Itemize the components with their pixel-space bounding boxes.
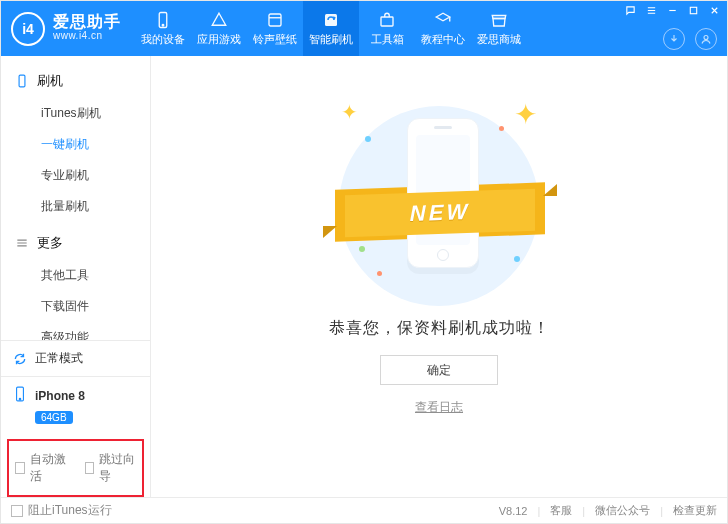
brand-name: 爱思助手 (53, 15, 121, 29)
more-icon (15, 236, 29, 250)
brand-subtitle: www.i4.cn (53, 29, 121, 43)
tab-devices[interactable]: 我的设备 (135, 1, 191, 56)
success-illustration: ✦ ✦ NEW (319, 96, 559, 296)
svg-rect-2 (269, 14, 281, 26)
svg-point-6 (704, 36, 708, 40)
tab-flash[interactable]: 智能刷机 (303, 1, 359, 56)
tab-label: 我的设备 (141, 32, 185, 47)
tab-apps[interactable]: 应用游戏 (191, 1, 247, 56)
svg-point-1 (162, 24, 164, 26)
statusbar-right: V8.12 | 客服 | 微信公众号 | 检查更新 (499, 503, 717, 518)
tab-tools[interactable]: 工具箱 (359, 1, 415, 56)
account-button[interactable] (695, 28, 717, 50)
body: 刷机iTunes刷机一键刷机专业刷机批量刷机更多其他工具下载固件高级功能 正常模… (1, 56, 727, 497)
svg-rect-3 (325, 14, 337, 26)
apps-icon (210, 11, 228, 29)
block-itunes-checkbox[interactable]: 阻止iTunes运行 (11, 502, 112, 519)
flash-icon (322, 11, 340, 29)
svg-rect-0 (159, 12, 167, 27)
sidebar-item-other[interactable]: 其他工具 (1, 260, 150, 291)
sidebar-item-itunes[interactable]: iTunes刷机 (1, 98, 150, 129)
tab-label: 教程中心 (421, 32, 465, 47)
auto-activate-label: 自动激活 (30, 451, 67, 485)
tab-label: 智能刷机 (309, 32, 353, 47)
app-header: i4 爱思助手 www.i4.cn 我的设备应用游戏铃声壁纸智能刷机工具箱教程中… (1, 1, 727, 56)
success-headline: 恭喜您，保资料刷机成功啦！ (329, 318, 550, 339)
storage-badge: 64GB (35, 411, 73, 424)
sidebar-cat-flash[interactable]: 刷机 (1, 66, 150, 96)
download-button[interactable] (663, 28, 685, 50)
feedback-icon[interactable] (624, 4, 637, 17)
tab-rings[interactable]: 铃声壁纸 (247, 1, 303, 56)
svg-point-9 (19, 398, 20, 399)
statusbar: 阻止iTunes运行 V8.12 | 客服 | 微信公众号 | 检查更新 (1, 497, 727, 523)
tools-icon (378, 11, 396, 29)
tutorial-icon (434, 11, 452, 29)
maximize-icon[interactable] (687, 4, 700, 17)
phone-icon (13, 386, 27, 405)
footer-link-support[interactable]: 客服 (550, 503, 572, 518)
refresh-icon (13, 352, 27, 366)
rings-icon (266, 11, 284, 29)
tab-label: 工具箱 (371, 32, 404, 47)
store-icon (490, 11, 508, 29)
sidebar-cat-more[interactable]: 更多 (1, 228, 150, 258)
sidebar-cat-label: 刷机 (37, 72, 63, 90)
device-name: iPhone 8 (35, 389, 85, 403)
main-panel: ✦ ✦ NEW 恭喜您，保资料刷机成功啦！ 确定 查看日志 (151, 56, 727, 497)
version-label: V8.12 (499, 505, 528, 517)
view-log-link[interactable]: 查看日志 (415, 399, 463, 416)
brand: i4 爱思助手 www.i4.cn (1, 1, 135, 56)
app-window: i4 爱思助手 www.i4.cn 我的设备应用游戏铃声壁纸智能刷机工具箱教程中… (0, 0, 728, 524)
skip-guide-checkbox[interactable]: 跳过向导 (85, 451, 137, 485)
tab-label: 爱思商城 (477, 32, 521, 47)
sidebar-item-fw[interactable]: 下载固件 (1, 291, 150, 322)
menu-icon[interactable] (645, 4, 658, 17)
sidebar-item-pro[interactable]: 专业刷机 (1, 160, 150, 191)
mode-row[interactable]: 正常模式 (1, 340, 150, 376)
block-itunes-label: 阻止iTunes运行 (28, 502, 112, 519)
options-highlight: 自动激活 跳过向导 (7, 439, 144, 497)
tab-label: 铃声壁纸 (253, 32, 297, 47)
sidebar-item-adv[interactable]: 高级功能 (1, 322, 150, 340)
sidebar-scroll: 刷机iTunes刷机一键刷机专业刷机批量刷机更多其他工具下载固件高级功能 (1, 56, 150, 340)
svg-rect-4 (381, 17, 393, 26)
header-right (663, 28, 717, 50)
device-block[interactable]: iPhone 8 64GB (1, 376, 150, 433)
window-controls (624, 4, 721, 17)
minimize-icon[interactable] (666, 4, 679, 17)
skip-guide-label: 跳过向导 (99, 451, 136, 485)
sidebar-cat-label: 更多 (37, 234, 63, 252)
tab-label: 应用游戏 (197, 32, 241, 47)
mode-label: 正常模式 (35, 350, 83, 367)
auto-activate-checkbox[interactable]: 自动激活 (15, 451, 67, 485)
footer-link-update[interactable]: 检查更新 (673, 503, 717, 518)
brand-text: 爱思助手 www.i4.cn (53, 15, 121, 43)
new-ribbon: NEW (345, 189, 535, 238)
tab-tutorial[interactable]: 教程中心 (415, 1, 471, 56)
devices-icon (154, 11, 172, 29)
device-icon (15, 74, 29, 88)
footer-link-wechat[interactable]: 微信公众号 (595, 503, 650, 518)
tab-store[interactable]: 爱思商城 (471, 1, 527, 56)
svg-rect-7 (19, 75, 25, 87)
brand-logo: i4 (11, 12, 45, 46)
ok-button[interactable]: 确定 (380, 355, 498, 385)
sidebar: 刷机iTunes刷机一键刷机专业刷机批量刷机更多其他工具下载固件高级功能 正常模… (1, 56, 151, 497)
svg-rect-5 (690, 7, 696, 13)
close-icon[interactable] (708, 4, 721, 17)
sidebar-item-batch[interactable]: 批量刷机 (1, 191, 150, 222)
sidebar-item-onekey[interactable]: 一键刷机 (1, 129, 150, 160)
